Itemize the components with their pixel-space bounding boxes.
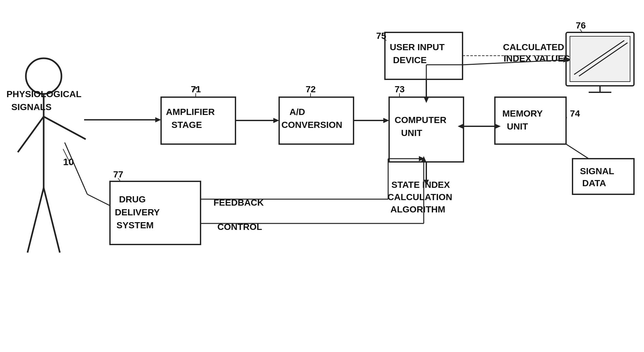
amplifier-label1: AMPLIFIER	[166, 107, 215, 117]
svg-marker-13	[273, 118, 279, 123]
memory-ref: 74	[570, 108, 580, 119]
svg-line-54	[87, 194, 110, 206]
svg-rect-42	[573, 159, 634, 194]
svg-text:↗: ↗	[192, 85, 198, 93]
computer-label1: COMPUTER	[395, 115, 446, 125]
physiological-signals-label: PHYSIOLOGICAL	[6, 89, 82, 99]
svg-point-0	[26, 58, 61, 94]
computer-label2: UNIT	[401, 128, 422, 138]
svg-line-53	[65, 142, 87, 194]
state-index-label1: STATE INDEX	[391, 180, 450, 190]
svg-marker-17	[383, 118, 389, 123]
display-ref: 76	[576, 20, 586, 30]
signal-data-label1: SIGNAL	[580, 166, 614, 176]
svg-line-3	[44, 117, 86, 139]
adc-label2: CONVERSION	[281, 120, 342, 130]
person-ref-label: 10	[63, 156, 74, 167]
svg-line-43	[566, 144, 589, 159]
memory-label1: MEMORY	[502, 108, 543, 119]
signal-data-label2: DATA	[582, 178, 606, 188]
svg-rect-18	[389, 97, 464, 162]
adc-label1: A/D	[289, 107, 305, 117]
computer-ref: 73	[395, 84, 405, 94]
svg-rect-24	[495, 97, 566, 144]
svg-marker-8	[155, 117, 161, 122]
calc-index-label1: CALCULATED	[503, 42, 564, 52]
drug-label1: DRUG	[119, 194, 146, 204]
state-index-label3: ALGORITHM	[390, 204, 445, 214]
svg-line-4	[27, 188, 44, 253]
drug-label3: SYSTEM	[116, 220, 154, 230]
amplifier-label2: STAGE	[171, 120, 202, 130]
drug-label2: DELIVERY	[115, 207, 160, 217]
user-input-label2: DEVICE	[393, 55, 427, 65]
svg-line-2	[18, 117, 44, 152]
physiological-signals-label2: SIGNALS	[11, 102, 51, 112]
adc-ref: 72	[306, 84, 316, 94]
diagram-container: 10 PHYSIOLOGICAL SIGNALS AMPLIFIER STAGE…	[0, 0, 644, 352]
svg-line-5	[44, 188, 60, 253]
state-index-label2: CALCULATION	[387, 192, 452, 202]
memory-label2: UNIT	[507, 121, 528, 131]
drug-ref: 77	[113, 169, 123, 179]
user-input-label1: USER INPUT	[390, 42, 445, 52]
